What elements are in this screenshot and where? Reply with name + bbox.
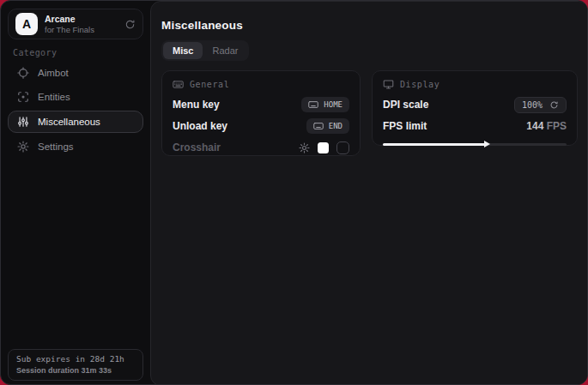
scan-icon bbox=[17, 91, 29, 103]
display-card-title: Display bbox=[400, 80, 439, 89]
category-label: Category bbox=[13, 48, 57, 57]
keyboard-icon bbox=[173, 79, 184, 90]
monitor-icon bbox=[383, 79, 394, 90]
dpi-scale-control[interactable]: 100% bbox=[514, 97, 567, 113]
sidebar-item-aimbot[interactable]: Aimbot bbox=[8, 62, 143, 84]
general-card-title: General bbox=[190, 80, 229, 89]
keyboard-icon bbox=[313, 121, 324, 131]
fps-unit: FPS bbox=[547, 120, 567, 132]
brand-logo: A bbox=[15, 13, 38, 35]
fps-limit-slider[interactable] bbox=[383, 141, 567, 147]
fps-limit-value: 144 FPS bbox=[526, 120, 567, 132]
sidebar-item-label: Aimbot bbox=[38, 68, 69, 78]
dpi-scale-row: DPI scale 100% bbox=[383, 98, 567, 111]
brand-card: A Arcane for The Finals bbox=[8, 9, 143, 39]
keyboard-icon bbox=[308, 99, 318, 110]
tab-misc[interactable]: Misc bbox=[163, 42, 203, 59]
unload-key-value: END bbox=[329, 122, 342, 130]
fps-limit-row: FPS limit 144 FPS bbox=[383, 119, 567, 133]
menu-key-bind-button[interactable]: HOME bbox=[301, 97, 349, 112]
gear-icon bbox=[17, 141, 29, 153]
crosshair-row: Crosshair bbox=[173, 141, 349, 154]
subscription-status-card: Sub expires in 28d 21h Session duration … bbox=[8, 349, 143, 381]
fps-slider-thumb[interactable] bbox=[484, 141, 490, 147]
unload-key-label: Unload key bbox=[173, 120, 227, 132]
crosshair-settings-gear-icon[interactable] bbox=[299, 142, 310, 153]
brand-subtitle: for The Finals bbox=[45, 26, 124, 34]
crosshair-checkbox[interactable] bbox=[336, 141, 349, 154]
general-card: General Menu key HOME Unload key bbox=[161, 70, 361, 156]
sliders-icon bbox=[17, 116, 29, 128]
refresh-icon[interactable] bbox=[549, 100, 559, 110]
tab-radar[interactable]: Radar bbox=[203, 42, 247, 59]
sync-icon[interactable] bbox=[124, 19, 136, 30]
sidebar: A Arcane for The Finals Category Aimbot bbox=[1, 1, 150, 384]
crosshair-color-swatch[interactable] bbox=[318, 142, 329, 153]
sidebar-item-settings[interactable]: Settings bbox=[8, 135, 143, 158]
sub-expiry-text: Sub expires in 28d 21h bbox=[16, 354, 135, 364]
sidebar-item-label: Miscellaneous bbox=[38, 117, 100, 127]
fps-number: 144 bbox=[526, 120, 543, 132]
fps-slider-fill bbox=[383, 143, 486, 146]
sidebar-item-entities[interactable]: Entities bbox=[8, 86, 143, 108]
crosshair-icon bbox=[17, 67, 29, 79]
cards-row: General Menu key HOME Unload key bbox=[161, 70, 578, 156]
menu-key-label: Menu key bbox=[173, 99, 220, 111]
sidebar-item-label: Entities bbox=[38, 92, 70, 102]
crosshair-label: Crosshair bbox=[173, 141, 221, 153]
menu-key-row: Menu key HOME bbox=[173, 98, 349, 111]
tab-bar: Misc Radar bbox=[161, 40, 249, 61]
unload-key-bind-button[interactable]: END bbox=[306, 118, 349, 134]
dpi-scale-label: DPI scale bbox=[383, 99, 428, 111]
sidebar-item-miscellaneous[interactable]: Miscellaneous bbox=[8, 111, 143, 133]
menu-key-value: HOME bbox=[324, 100, 342, 109]
brand-title: Arcane bbox=[45, 15, 124, 24]
main-panel: Miscellaneous Misc Radar General bbox=[150, 1, 588, 385]
sidebar-item-label: Settings bbox=[38, 141, 74, 152]
session-duration-text: Session duration 31m 33s bbox=[16, 366, 135, 375]
unload-key-row: Unload key END bbox=[173, 119, 349, 133]
fps-limit-label: FPS limit bbox=[383, 120, 427, 132]
display-card: Display DPI scale 100% bbox=[372, 70, 578, 146]
arcane-window: A Arcane for The Finals Category Aimbot bbox=[0, 0, 588, 385]
dpi-scale-value: 100% bbox=[522, 100, 543, 110]
page-title: Miscellaneous bbox=[161, 19, 243, 32]
brand-text: Arcane for The Finals bbox=[45, 15, 124, 34]
